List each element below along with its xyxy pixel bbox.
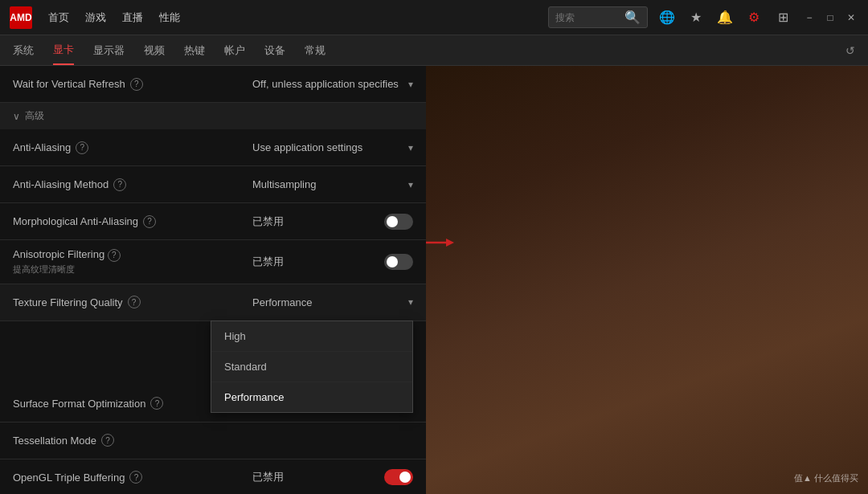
minimize-button[interactable]: −: [802, 10, 817, 25]
tessellation-label: Tessellation Mode ?: [13, 434, 252, 447]
opengl-triple-row: OpenGL Triple Buffering ? 已禁用: [0, 459, 426, 495]
second-nav: 系统 显卡 显示器 视频 热键 帐户 设备 常规 ↺: [0, 35, 868, 66]
gear-icon[interactable]: ⚙: [744, 8, 764, 27]
opengl-triple-help[interactable]: ?: [129, 471, 142, 484]
texture-filtering-help[interactable]: ?: [128, 296, 141, 308]
global-reset-icon[interactable]: ↺: [845, 44, 855, 57]
anti-aliasing-label: Anti-Aliasing ?: [13, 141, 252, 154]
anti-aliasing-method-value[interactable]: Multisampling ▾: [252, 178, 413, 190]
dropdown-option-standard[interactable]: Standard: [211, 352, 412, 382]
surface-format-help[interactable]: ?: [150, 397, 163, 410]
nav-monitor[interactable]: 显示器: [93, 37, 125, 64]
search-icon: 🔍: [624, 10, 641, 25]
texture-filtering-row: Texture Filtering Quality ? Performance …: [0, 284, 426, 321]
anisotropic-value: 已禁用: [252, 254, 413, 270]
texture-filtering-dropdown-menu: High Standard Performance: [211, 320, 413, 413]
bell-icon[interactable]: 🔔: [715, 8, 735, 27]
nav-general[interactable]: 常规: [305, 37, 326, 64]
settings-panel: Wait for Vertical Refresh ? Off, unless …: [0, 66, 426, 494]
top-nav: AMD 首页 游戏 直播 性能 🔍 🌐 ★ 🔔 ⚙ ⊞ − □ ✕: [0, 0, 868, 35]
opengl-triple-toggle[interactable]: [384, 469, 413, 485]
bg-image: [426, 66, 868, 494]
right-background: 值▲ 什么值得买: [426, 66, 868, 494]
anti-aliasing-row: Anti-Aliasing ? Use application settings…: [0, 129, 426, 166]
search-input[interactable]: [555, 12, 620, 23]
nav-system[interactable]: 系统: [13, 37, 34, 64]
opengl-triple-value: 已禁用: [252, 469, 413, 485]
wait-vertical-help[interactable]: ?: [130, 78, 143, 91]
anti-aliasing-method-help[interactable]: ?: [113, 178, 126, 191]
anisotropic-row: Anisotropic Filtering ? 提高纹理清晰度 已禁用: [0, 240, 426, 284]
opengl-triple-label: OpenGL Triple Buffering ?: [13, 471, 252, 484]
anti-aliasing-help[interactable]: ?: [76, 141, 88, 154]
window-controls: − □ ✕: [802, 10, 858, 25]
morphological-value: 已禁用: [252, 214, 413, 230]
content-area: Wait for Vertical Refresh ? Off, unless …: [0, 66, 868, 494]
wait-vertical-value[interactable]: Off, unless application specifies ▾: [252, 78, 413, 90]
wait-vertical-label: Wait for Vertical Refresh ?: [13, 78, 252, 91]
section-chevron: ∨: [13, 111, 20, 122]
top-right: 🔍 🌐 ★ 🔔 ⚙ ⊞ − □ ✕: [548, 6, 858, 28]
anti-aliasing-arrow: ▾: [408, 142, 413, 153]
nav-live[interactable]: 直播: [122, 7, 143, 28]
nav-games[interactable]: 游戏: [85, 7, 106, 28]
dropdown-option-performance[interactable]: Performance: [211, 382, 412, 412]
section-label: 高级: [25, 109, 44, 123]
texture-filtering-arrow: ▾: [408, 296, 413, 308]
anti-aliasing-method-arrow: ▾: [408, 179, 413, 190]
advanced-section-header[interactable]: ∨ 高级: [0, 103, 426, 129]
svg-marker-2: [446, 239, 454, 247]
anti-aliasing-method-row: Anti-Aliasing Method ? Multisampling ▾: [0, 166, 426, 203]
arrow-annotation: [426, 210, 474, 275]
search-box[interactable]: 🔍: [548, 6, 648, 28]
morphological-toggle[interactable]: [384, 214, 413, 230]
main-container: AMD 首页 游戏 直播 性能 🔍 🌐 ★ 🔔 ⚙ ⊞ − □ ✕ 系统: [0, 0, 868, 494]
wait-vertical-row: Wait for Vertical Refresh ? Off, unless …: [0, 66, 426, 103]
watermark: 值▲ 什么值得买: [794, 472, 858, 484]
tessellation-help[interactable]: ?: [101, 434, 114, 447]
texture-filtering-value[interactable]: Performance ▾: [252, 296, 413, 308]
nav-hotkeys[interactable]: 热键: [184, 37, 205, 64]
globe-icon[interactable]: 🌐: [657, 8, 677, 27]
tessellation-row: Tessellation Mode ?: [0, 423, 426, 459]
anti-aliasing-value[interactable]: Use application settings ▾: [252, 141, 413, 153]
star-icon[interactable]: ★: [686, 8, 706, 27]
nav-video[interactable]: 视频: [144, 37, 165, 64]
nav-perf[interactable]: 性能: [159, 7, 180, 28]
nav-devices[interactable]: 设备: [264, 37, 285, 64]
morphological-help[interactable]: ?: [143, 215, 156, 228]
texture-filtering-label: Texture Filtering Quality ?: [13, 296, 252, 308]
nav-display-card[interactable]: 显卡: [53, 36, 74, 65]
maximize-button[interactable]: □: [823, 10, 837, 25]
amd-logo: AMD: [10, 6, 32, 29]
nav-account[interactable]: 帐户: [224, 37, 245, 64]
anti-aliasing-method-label: Anti-Aliasing Method ?: [13, 178, 252, 191]
grid-icon[interactable]: ⊞: [773, 8, 792, 27]
dropdown-option-high[interactable]: High: [211, 321, 412, 352]
nav-home[interactable]: 首页: [48, 7, 69, 28]
anisotropic-label: Anisotropic Filtering ? 提高纹理清晰度: [13, 248, 252, 276]
morphological-label: Morphological Anti-Aliasing ?: [13, 215, 252, 228]
morphological-row: Morphological Anti-Aliasing ? 已禁用: [0, 203, 426, 240]
anisotropic-help[interactable]: ?: [108, 249, 121, 262]
anisotropic-toggle[interactable]: [384, 254, 413, 270]
wait-vertical-arrow: ▾: [408, 79, 413, 90]
close-button[interactable]: ✕: [844, 10, 858, 25]
nav-items: 首页 游戏 直播 性能: [48, 7, 532, 28]
